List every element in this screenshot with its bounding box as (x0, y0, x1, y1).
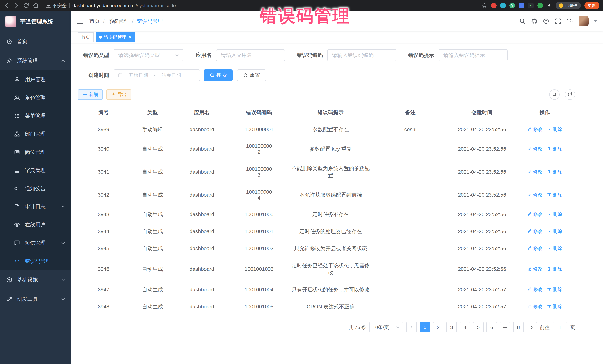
browser-forward-icon[interactable] (13, 2, 20, 9)
paused-badge[interactable]: 已暂停 (556, 2, 581, 9)
edit-link[interactable]: 修改 (527, 126, 543, 133)
page-button-2[interactable]: 2 (433, 322, 443, 332)
extension-icon-teal[interactable] (500, 3, 506, 8)
pin-icon[interactable] (547, 3, 552, 8)
vue-devtools-icon[interactable]: V (510, 3, 515, 8)
security-warning[interactable]: 不安全 (46, 2, 67, 9)
security-label: 不安全 (52, 2, 67, 9)
table-toolbar: 新增 导出 (78, 89, 575, 100)
logo-row[interactable]: 芋道管理系统 (0, 11, 70, 32)
search-icon[interactable] (519, 18, 525, 24)
start-date-input[interactable] (125, 72, 152, 78)
avatar[interactable] (579, 16, 589, 26)
page-size-select[interactable]: 10条/页 (369, 322, 403, 332)
top-navbar: 首页 / 系统管理 / 错误码管理 (70, 11, 603, 31)
toggle-search-button[interactable] (549, 89, 560, 100)
delete-link[interactable]: 删除 (547, 245, 562, 252)
fullscreen-icon[interactable] (555, 18, 561, 24)
sidebar-item-notice[interactable]: 通知公告 (0, 179, 70, 198)
extension-icon-green[interactable] (537, 3, 543, 8)
delete-link[interactable]: 删除 (547, 146, 562, 152)
edit-link[interactable]: 修改 (527, 169, 543, 175)
active-tag-dot (99, 36, 102, 39)
search-button[interactable]: 搜索 (204, 69, 233, 81)
edit-link[interactable]: 修改 (527, 286, 543, 293)
add-button[interactable]: 新增 (78, 89, 103, 100)
sidebar-item-dict-management[interactable]: 字典管理 (0, 161, 70, 179)
tag-error-code-management[interactable]: 错误码管理 × (96, 32, 135, 42)
address-bar[interactable]: 不安全 dashboard.yudao.iocoder.cn/system/er… (46, 2, 478, 9)
edit-link[interactable]: 修改 (527, 303, 543, 310)
page-button-8[interactable]: 8 (513, 322, 524, 332)
extension-icon-red[interactable] (491, 3, 497, 8)
page-button-1[interactable]: 1 (420, 322, 430, 332)
sidebar-item-home[interactable]: 首页 (0, 32, 70, 51)
error-code-type-select[interactable]: 请选择错误码类型 (114, 49, 183, 61)
trash-icon (547, 229, 551, 233)
page-button-5[interactable]: 5 (473, 322, 484, 332)
browser-home-icon[interactable] (33, 2, 39, 9)
more-pages-button[interactable]: ••• (500, 322, 510, 332)
trash-icon (547, 304, 551, 309)
prev-page-button[interactable] (406, 322, 417, 332)
browser-reload-icon[interactable] (23, 2, 29, 9)
page-button-4[interactable]: 4 (460, 322, 470, 332)
sidebar-item-system-management[interactable]: 系统管理 (0, 51, 70, 70)
sidebar-item-online-users[interactable]: 在线用户 (0, 216, 70, 234)
browser-back-icon[interactable] (4, 2, 10, 9)
help-icon[interactable] (543, 18, 549, 24)
delete-link[interactable]: 删除 (547, 192, 562, 198)
delete-link[interactable]: 删除 (547, 286, 562, 293)
sidebar-item-role-management[interactable]: 角色管理 (0, 88, 70, 107)
goto-page-input[interactable] (553, 322, 567, 332)
breadcrumb-home[interactable]: 首页 (89, 18, 100, 25)
export-button[interactable]: 导出 (106, 89, 131, 100)
breadcrumb-system[interactable]: 系统管理 (108, 18, 129, 25)
edit-link[interactable]: 修改 (527, 146, 543, 152)
bookmark-star-icon[interactable] (482, 3, 487, 8)
page-button-3[interactable]: 3 (446, 322, 457, 332)
refresh-table-button[interactable] (565, 89, 575, 100)
font-size-icon[interactable] (567, 18, 573, 24)
next-page-button[interactable] (527, 322, 537, 332)
delete-link[interactable]: 删除 (547, 266, 562, 272)
extension-icon-blue-grid[interactable] (519, 3, 524, 8)
delete-link[interactable]: 删除 (547, 126, 562, 133)
update-button[interactable]: 更新 (584, 2, 599, 9)
edit-link[interactable]: 修改 (527, 192, 543, 198)
edit-link[interactable]: 修改 (527, 211, 543, 218)
app-name-input[interactable] (216, 49, 285, 61)
tag-home[interactable]: 首页 (78, 32, 93, 42)
sidebar-item-dev-tools[interactable]: 研发工具 (0, 289, 70, 309)
calendar-icon (118, 73, 123, 78)
table-row: 3941自动生成dashboard100100000 3不能删除类型为系统内置的… (78, 160, 575, 184)
github-icon[interactable] (531, 18, 537, 24)
search-icon (210, 73, 214, 78)
sidebar-item-department-management[interactable]: 部门管理 (0, 125, 70, 143)
page-button-6[interactable]: 6 (487, 322, 497, 332)
delete-link[interactable]: 删除 (547, 303, 562, 310)
sidebar-item-user-management[interactable]: 用户管理 (0, 70, 70, 88)
error-code-input[interactable] (327, 49, 396, 61)
avatar-caret-icon[interactable] (594, 20, 597, 22)
sidebar-item-sms-management[interactable]: 短信管理 (0, 234, 70, 252)
hamburger-icon[interactable] (76, 18, 83, 25)
edit-link[interactable]: 修改 (527, 228, 543, 235)
sidebar-item-infrastructure[interactable]: 基础设施 (0, 270, 70, 289)
reset-button[interactable]: 重置 (237, 69, 266, 81)
end-date-input[interactable] (158, 72, 185, 78)
extension-icon-on-badge[interactable]: on (528, 3, 533, 8)
sidebar-item-menu-management[interactable]: 菜单管理 (0, 107, 70, 125)
sidebar-item-error-code-management[interactable]: 错误码管理 (0, 252, 70, 270)
tag-close-icon[interactable]: × (129, 35, 131, 39)
sidebar-item-audit-log[interactable]: 审计日志 (0, 198, 70, 216)
error-hint-input[interactable] (439, 49, 508, 61)
delete-link[interactable]: 删除 (547, 211, 562, 218)
edit-link[interactable]: 修改 (527, 266, 543, 272)
delete-link[interactable]: 删除 (547, 228, 562, 235)
sidebar-item-post-management[interactable]: 岗位管理 (0, 143, 70, 161)
date-range-picker[interactable]: - (114, 69, 200, 81)
edit-link[interactable]: 修改 (527, 245, 543, 252)
delete-link[interactable]: 删除 (547, 169, 562, 175)
download-icon (111, 92, 116, 97)
